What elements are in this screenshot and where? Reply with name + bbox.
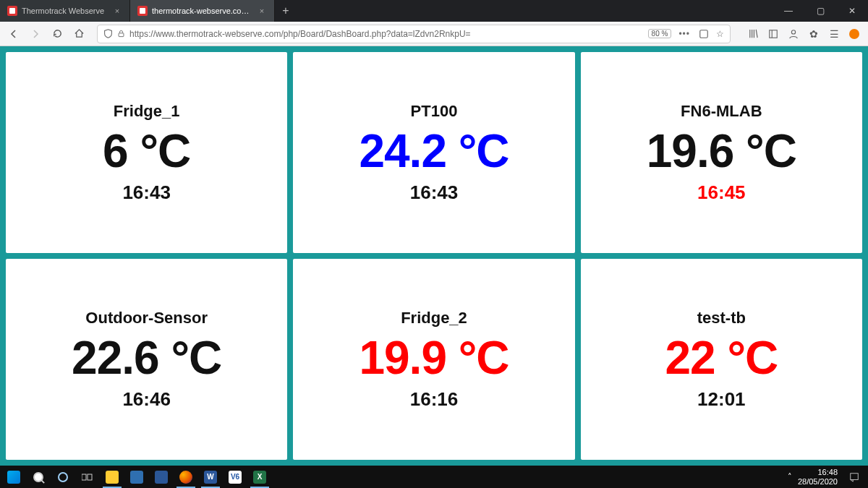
- window-controls: — ▢ ✕: [773, 0, 868, 22]
- sensor-card[interactable]: PT100 24.2 °C 16:43: [293, 52, 574, 253]
- sensor-card[interactable]: Fridge_2 19.9 °C 16:16: [293, 259, 574, 460]
- taskbar-app-word[interactable]: [198, 466, 223, 488]
- bookmark-star-icon[interactable]: ☆: [716, 29, 724, 39]
- tray-chevron-up-icon[interactable]: ˄: [788, 472, 792, 481]
- sensor-card[interactable]: Fridge_1 6 °C 16:43: [6, 52, 287, 253]
- sensor-name: Fridge_2: [401, 309, 467, 328]
- sensor-value: 22 °C: [665, 335, 778, 381]
- page-actions-icon[interactable]: •••: [678, 29, 690, 39]
- tab-title: Thermotrack Webserve: [22, 7, 108, 15]
- nav-home-button[interactable]: [69, 25, 88, 43]
- nav-back-button[interactable]: [4, 25, 23, 43]
- system-tray[interactable]: ˄: [782, 472, 798, 481]
- window-maximize-button[interactable]: ▢: [804, 0, 836, 22]
- window-close-button[interactable]: ✕: [836, 0, 868, 22]
- extension-debug-icon[interactable]: [845, 25, 864, 43]
- taskbar-app-chat[interactable]: [149, 466, 174, 488]
- svg-rect-5: [82, 474, 86, 480]
- svg-rect-1: [700, 30, 708, 38]
- taskbar-search-button[interactable]: [26, 466, 51, 488]
- clock-date: 28/05/2020: [798, 477, 838, 487]
- toolbar-right: ✿ ☰: [744, 25, 864, 43]
- tab-title: thermotrack-webserve.com/ph: [152, 7, 252, 15]
- close-tab-icon[interactable]: ×: [112, 7, 122, 15]
- svg-rect-7: [851, 473, 859, 479]
- svg-rect-2: [770, 30, 778, 38]
- nav-forward-button[interactable]: [26, 25, 45, 43]
- settings-gear-icon[interactable]: ✿: [804, 25, 823, 43]
- sensor-value: 19.6 °C: [647, 128, 796, 174]
- sensor-value: 24.2 °C: [359, 128, 509, 174]
- zoom-level-badge[interactable]: 80 %: [648, 29, 672, 38]
- account-icon[interactable]: [784, 25, 803, 43]
- nav-reload-button[interactable]: [48, 25, 67, 43]
- sensor-card[interactable]: Outdoor-Sensor 22.6 °C 16:46: [6, 259, 287, 460]
- sensor-time: 16:45: [697, 181, 746, 204]
- sensor-name: test-tb: [697, 309, 746, 328]
- start-button[interactable]: [1, 466, 26, 488]
- taskbar-clock[interactable]: 16:48 28/05/2020: [798, 468, 842, 486]
- task-view-button[interactable]: [75, 466, 100, 488]
- sensor-time: 16:43: [122, 181, 171, 204]
- dashboard-viewport: Fridge_1 6 °C 16:43 PT100 24.2 °C 16:43 …: [0, 46, 868, 466]
- new-tab-button[interactable]: +: [275, 0, 297, 22]
- cortana-button[interactable]: [51, 466, 75, 488]
- favicon-icon: [137, 6, 148, 16]
- sidebar-icon[interactable]: [764, 25, 783, 43]
- sensor-grid: Fridge_1 6 °C 16:43 PT100 24.2 °C 16:43 …: [6, 52, 862, 460]
- sensor-time: 12:01: [697, 388, 746, 411]
- favicon-icon: [7, 6, 17, 16]
- sensor-time: 16:16: [410, 388, 459, 411]
- browser-toolbar: https://www.thermotrack-webserve.com/php…: [0, 22, 868, 46]
- sensor-value: 19.9 °C: [359, 335, 509, 381]
- taskbar-app-excel[interactable]: [247, 466, 272, 488]
- reader-mode-icon[interactable]: [699, 29, 709, 39]
- svg-rect-6: [88, 474, 92, 480]
- taskbar-app-firefox[interactable]: [174, 466, 198, 488]
- sensor-time: 16:43: [410, 181, 459, 204]
- sensor-time: 16:46: [122, 388, 171, 411]
- lock-icon[interactable]: [117, 30, 125, 38]
- browser-tabstrip: Thermotrack Webserve × thermotrack-webse…: [0, 0, 868, 22]
- address-bar[interactable]: https://www.thermotrack-webserve.com/php…: [97, 25, 731, 43]
- taskbar-app-v6[interactable]: V6: [223, 466, 247, 488]
- taskbar-app-mail[interactable]: [124, 466, 149, 488]
- svg-rect-0: [119, 33, 124, 37]
- menu-icon[interactable]: ☰: [825, 25, 843, 43]
- browser-tab[interactable]: Thermotrack Webserve ×: [0, 0, 130, 22]
- sensor-card[interactable]: FN6-MLAB 19.6 °C 16:45: [581, 52, 862, 253]
- clock-time: 16:48: [798, 468, 838, 477]
- close-tab-icon[interactable]: ×: [257, 7, 267, 15]
- sensor-card[interactable]: test-tb 22 °C 12:01: [581, 259, 862, 460]
- notifications-button[interactable]: [842, 466, 867, 488]
- tracking-shield-icon[interactable]: [103, 29, 113, 38]
- taskbar-app-explorer[interactable]: [100, 466, 124, 488]
- browser-tab-active[interactable]: thermotrack-webserve.com/ph ×: [130, 0, 275, 22]
- sensor-value: 6 °C: [103, 128, 190, 174]
- window-minimize-button[interactable]: —: [773, 0, 804, 22]
- svg-point-4: [791, 30, 795, 33]
- sensor-value: 22.6 °C: [72, 335, 221, 381]
- url-text: https://www.thermotrack-webserve.com/php…: [129, 29, 644, 39]
- sensor-name: PT100: [411, 102, 458, 121]
- sensor-name: Fridge_1: [114, 102, 180, 121]
- windows-taskbar: V6 ˄ 16:48 28/05/2020: [0, 466, 868, 488]
- library-icon[interactable]: [744, 25, 762, 43]
- sensor-name: Outdoor-Sensor: [85, 309, 208, 328]
- sensor-name: FN6-MLAB: [681, 102, 762, 121]
